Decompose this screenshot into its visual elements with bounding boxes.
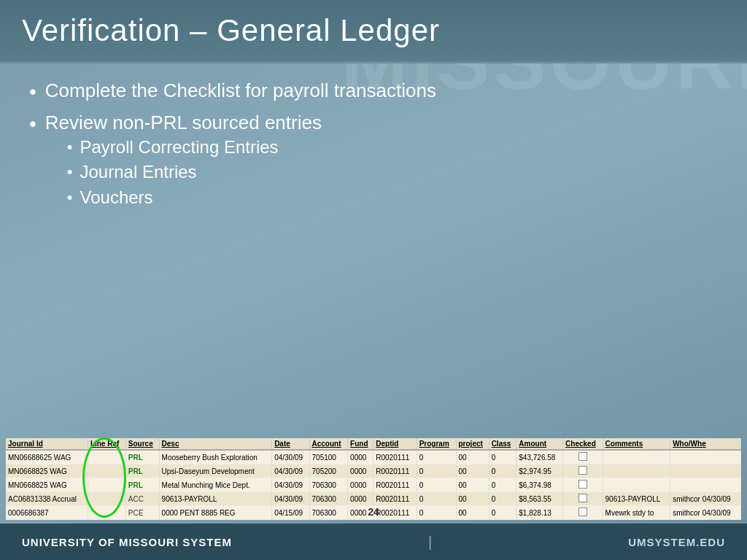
cell-source: ACC bbox=[125, 492, 159, 506]
sub-bullet-text-1: Payroll Correcting Entries bbox=[80, 137, 279, 158]
cell-line-ref bbox=[88, 492, 125, 506]
cell-line-ref bbox=[88, 478, 125, 492]
cell-deptid: R0020111 bbox=[374, 492, 417, 506]
sub-bullet-text-3: Vouchers bbox=[80, 187, 153, 208]
cell-project: 00 bbox=[456, 492, 489, 506]
cell-deptid: R0020111 bbox=[374, 478, 417, 492]
sub-bullet-item-3: • Vouchers bbox=[67, 187, 322, 209]
cell-date: 04/15/09 bbox=[272, 506, 309, 520]
col-journal-id: Journal Id bbox=[6, 438, 88, 450]
cell-comments bbox=[603, 450, 670, 464]
bullet-item-2: • Review non-PRL sourced entries • Payro… bbox=[29, 112, 718, 213]
bullet-text-1: Complete the Checklist for payroll trans… bbox=[45, 79, 436, 102]
col-account: Account bbox=[309, 438, 348, 450]
cell-journal-id: MN06688625 WAG bbox=[6, 450, 88, 464]
cell-journal-id: AC06831338 Accrual bbox=[6, 492, 88, 506]
cell-line-ref bbox=[88, 506, 125, 520]
cell-program: 0 bbox=[417, 506, 456, 520]
cell-class: 0 bbox=[489, 450, 516, 464]
cell-project: 00 bbox=[456, 450, 489, 464]
cell-desc: 0000 PENT 8885 REG bbox=[159, 506, 272, 520]
cell-date: 04/30/09 bbox=[272, 478, 309, 492]
cell-deptid: R0020111 bbox=[374, 464, 417, 478]
bullet-dot-1: • bbox=[29, 79, 36, 104]
cell-journal-id: 0006686387 bbox=[6, 506, 88, 520]
cell-program: 0 bbox=[417, 478, 456, 492]
cell-line-ref bbox=[88, 450, 125, 464]
table-row: MN0668825 WAG PRL Upsi-Daseyum Developme… bbox=[6, 464, 741, 478]
sub-bullet-dot-1: • bbox=[67, 137, 73, 158]
slide-title: Verification – General Ledger bbox=[22, 13, 725, 48]
cell-source: PRL bbox=[125, 478, 159, 492]
cell-project: 00 bbox=[456, 464, 489, 478]
checkbox[interactable] bbox=[578, 452, 587, 461]
col-desc: Desc bbox=[159, 438, 272, 450]
col-who-whe: Who/Whe bbox=[670, 438, 741, 450]
cell-amount: $2,974.95 bbox=[516, 464, 563, 478]
cell-desc: Mooseberry Bush Exploration bbox=[159, 450, 272, 464]
cell-desc: 90613-PAYROLL bbox=[159, 492, 272, 506]
cell-class: 0 bbox=[489, 478, 516, 492]
cell-fund: 0000 bbox=[348, 464, 374, 478]
checkbox[interactable] bbox=[578, 508, 587, 516]
cell-checked[interactable] bbox=[563, 464, 603, 478]
cell-comments: 90613-PAYROLL bbox=[603, 492, 670, 506]
cell-deptid: R0020111 bbox=[374, 450, 417, 464]
cell-comments bbox=[603, 464, 670, 478]
cell-desc: Upsi-Daseyum Development bbox=[159, 464, 272, 478]
cell-amount: $6,374.98 bbox=[516, 478, 563, 492]
sub-bullet-dot-3: • bbox=[67, 187, 73, 209]
cell-checked[interactable] bbox=[563, 506, 603, 520]
checkbox[interactable] bbox=[578, 480, 587, 489]
sub-bullet-item-2: • Journal Entries bbox=[67, 162, 322, 183]
main-content: • Complete the Checklist for payroll tra… bbox=[0, 63, 747, 227]
cell-amount: $8,563.55 bbox=[516, 492, 563, 506]
col-fund: Fund bbox=[348, 438, 374, 450]
checkbox[interactable] bbox=[578, 494, 587, 502]
cell-who-whe bbox=[670, 450, 741, 464]
cell-account: 706300 bbox=[309, 492, 348, 506]
cell-desc: Metal Munching Mice Dept. bbox=[159, 478, 272, 492]
col-checked: Checked bbox=[563, 438, 603, 450]
col-program: Program bbox=[417, 438, 456, 450]
cell-class: 0 bbox=[489, 506, 516, 520]
cell-checked[interactable] bbox=[563, 450, 603, 464]
cell-who-whe: smithcor 04/30/09 bbox=[670, 506, 741, 520]
col-comments: Comments bbox=[603, 438, 670, 450]
col-line-ref: Line Ref bbox=[88, 438, 125, 450]
cell-program: 0 bbox=[417, 492, 456, 506]
sub-bullet-dot-2: • bbox=[67, 162, 73, 183]
cell-checked[interactable] bbox=[563, 478, 603, 492]
cell-source: PRL bbox=[125, 464, 159, 478]
cell-account: 705100 bbox=[309, 450, 348, 464]
cell-checked[interactable] bbox=[563, 492, 603, 506]
bullet-text-2: Review non-PRL sourced entries bbox=[45, 112, 322, 133]
col-class: Class bbox=[489, 438, 516, 450]
cell-who-whe: smithcor 04/30/09 bbox=[670, 492, 741, 506]
cell-account: 705200 bbox=[309, 464, 348, 478]
header: Verification – General Ledger bbox=[0, 0, 747, 63]
sub-bullet-text-2: Journal Entries bbox=[80, 162, 197, 182]
cell-journal-id: MN0668825 WAG bbox=[6, 478, 88, 492]
cell-date: 04/30/09 bbox=[272, 464, 309, 478]
checkbox[interactable] bbox=[578, 466, 587, 475]
table-header-row: Journal Id Line Ref Source Desc Date Acc… bbox=[6, 438, 741, 450]
cell-date: 04/30/09 bbox=[272, 492, 309, 506]
cell-class: 0 bbox=[489, 492, 516, 506]
cell-fund: 0000 bbox=[348, 478, 374, 492]
sub-bullet-item-1: • Payroll Correcting Entries bbox=[67, 137, 322, 158]
cell-account: 706300 bbox=[309, 478, 348, 492]
cell-comments: Mvewrk stdy to bbox=[603, 506, 670, 520]
col-amount: Amount bbox=[516, 438, 563, 450]
cell-amount: $43,726.58 bbox=[516, 450, 563, 464]
table-row: AC06831338 Accrual ACC 90613-PAYROLL 04/… bbox=[6, 492, 741, 506]
cell-account: 706300 bbox=[309, 506, 348, 520]
cell-project: 00 bbox=[456, 478, 489, 492]
col-project: project bbox=[456, 438, 489, 450]
cell-source: PRL bbox=[125, 450, 159, 464]
cell-line-ref bbox=[88, 464, 125, 478]
col-deptid: Deptid bbox=[374, 438, 417, 450]
cell-class: 0 bbox=[489, 464, 516, 478]
page-number: 24 bbox=[368, 506, 379, 518]
main-bullets: • Complete the Checklist for payroll tra… bbox=[29, 79, 718, 212]
